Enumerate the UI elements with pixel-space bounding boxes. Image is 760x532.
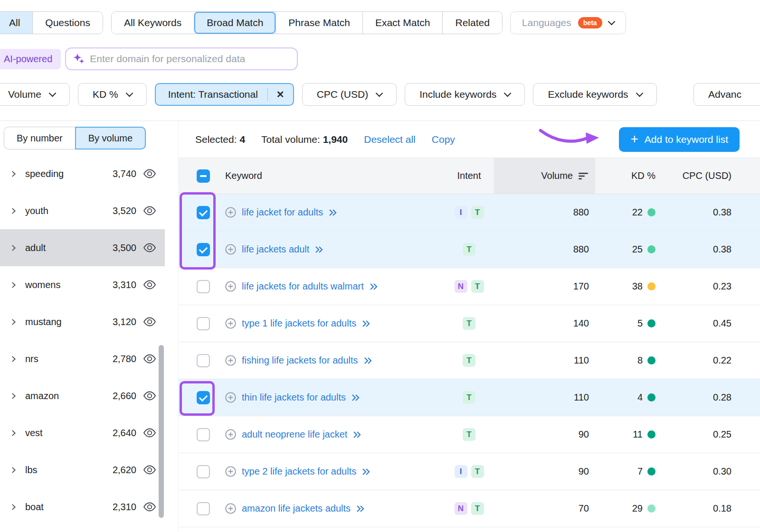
ai-domain-row: AI-powered (0, 47, 298, 70)
keyword-link[interactable]: adult neoprene life jacket (242, 429, 347, 440)
row-checkbox[interactable] (197, 206, 210, 219)
sort-by-volume-button[interactable]: By volume (75, 127, 146, 149)
languages-dropdown[interactable]: Languages beta (510, 11, 626, 34)
row-checkbox[interactable] (197, 465, 210, 478)
double-chevron-icon[interactable] (362, 320, 370, 327)
eye-icon[interactable] (143, 169, 156, 178)
intent-column-header[interactable]: Intent (457, 170, 481, 181)
row-checkbox[interactable] (197, 243, 210, 256)
eye-icon[interactable] (143, 502, 156, 512)
select-all-checkbox[interactable] (197, 169, 210, 183)
kd-value: 5 (637, 318, 643, 329)
filter-chip-divider (267, 88, 268, 101)
selected-count: Selected: 4 (195, 134, 245, 145)
eye-icon[interactable] (143, 280, 156, 289)
add-keyword-icon[interactable] (225, 355, 236, 366)
exclude-keywords-filter[interactable]: Exclude keywords (533, 83, 656, 106)
keyword-link[interactable]: life jacket for adults (242, 207, 323, 218)
eye-icon[interactable] (143, 243, 156, 252)
match-type-tabs-group: All KeywordsBroad MatchPhrase MatchExact… (111, 11, 503, 34)
sort-by-number-button[interactable]: By number (4, 127, 75, 149)
add-keyword-icon[interactable] (225, 244, 236, 255)
filter-label: Include keywords (419, 89, 496, 100)
sidebar-group-label: vest (25, 428, 113, 439)
tab-related[interactable]: Related (442, 12, 502, 34)
row-checkbox[interactable] (197, 502, 210, 515)
cpc-value: 0.38 (713, 207, 732, 218)
intent-badges: IT (444, 206, 494, 219)
keyword-column-header[interactable]: Keyword (225, 170, 262, 181)
sidebar-item-speeding[interactable]: speeding 3,740 (0, 155, 165, 192)
sidebar-item-nrs[interactable]: nrs 2,780 (0, 340, 165, 377)
keyword-link[interactable]: life jackets adult (242, 244, 309, 255)
double-chevron-icon[interactable] (364, 357, 372, 364)
eye-icon[interactable] (143, 354, 156, 364)
keyword-link[interactable]: type 2 life jackets for adults (242, 466, 356, 477)
tab-phrase-match[interactable]: Phrase Match (276, 12, 362, 34)
sidebar-item-mustang[interactable]: mustang 3,120 (0, 303, 165, 340)
keyword-row: life jackets adult T 880 25 0.38 (179, 231, 760, 268)
sidebar-item-amazon[interactable]: amazon 2,660 (0, 377, 165, 414)
copy-link[interactable]: Copy (432, 134, 455, 145)
sidebar-item-youth[interactable]: youth 3,520 (0, 192, 165, 229)
sidebar-scrollbar[interactable] (159, 345, 164, 518)
advanced-filter[interactable]: Advanc (694, 83, 760, 106)
sidebar-item-vest[interactable]: vest 2,640 (0, 414, 165, 451)
sidebar-item-boat[interactable]: boat 2,310 (0, 488, 165, 525)
intent-filter[interactable]: Intent: Transactional✕ (155, 83, 294, 106)
row-checkbox[interactable] (197, 280, 210, 293)
domain-input[interactable] (90, 53, 290, 65)
kd-column-header[interactable]: KD % (631, 170, 656, 181)
double-chevron-icon[interactable] (353, 431, 361, 439)
row-checkbox[interactable] (197, 391, 210, 404)
double-chevron-icon[interactable] (370, 283, 378, 290)
row-checkbox[interactable] (197, 428, 210, 441)
eye-icon[interactable] (143, 465, 156, 475)
add-to-keyword-list-button[interactable]: + Add to keyword list (619, 127, 740, 152)
add-keyword-icon[interactable] (225, 207, 236, 218)
cpc-column-header[interactable]: CPC (USD) (683, 170, 732, 181)
row-checkbox[interactable] (197, 354, 210, 367)
double-chevron-icon[interactable] (362, 468, 370, 476)
sidebar-item-lbs[interactable]: lbs 2,620 (0, 451, 165, 488)
eye-icon[interactable] (143, 428, 156, 438)
remove-filter-icon[interactable]: ✕ (276, 89, 285, 100)
kd-difficulty-dot (647, 467, 656, 476)
eye-icon[interactable] (143, 391, 156, 401)
keyword-link[interactable]: type 1 life jackets for adults (242, 318, 356, 329)
sidebar-group-volume: 2,620 (113, 465, 136, 476)
eye-icon[interactable] (143, 317, 156, 327)
double-chevron-icon[interactable] (352, 394, 360, 401)
volume-filter[interactable]: Volume (0, 83, 70, 106)
sidebar-item-adult[interactable]: adult 3,500 (0, 229, 165, 266)
add-keyword-icon[interactable] (225, 281, 236, 292)
keyword-link[interactable]: thin life jackets for adults (242, 392, 346, 403)
add-keyword-icon[interactable] (225, 318, 236, 329)
tab-broad-match[interactable]: Broad Match (194, 12, 276, 34)
row-checkbox[interactable] (197, 317, 210, 330)
keyword-link[interactable]: life jackets for adults walmart (242, 281, 364, 292)
add-keyword-icon[interactable] (225, 466, 236, 477)
add-keyword-icon[interactable] (225, 429, 236, 440)
keyword-link[interactable]: amazon life jackets adults (242, 503, 351, 514)
double-chevron-icon[interactable] (356, 505, 364, 513)
eye-icon[interactable] (143, 206, 156, 215)
volume-column-header[interactable]: Volume (494, 158, 595, 194)
double-chevron-icon[interactable] (315, 246, 323, 253)
tab-all-keywords[interactable]: All Keywords (112, 12, 194, 34)
add-keyword-icon[interactable] (225, 503, 236, 514)
deselect-all-link[interactable]: Deselect all (364, 134, 416, 145)
tab-questions[interactable]: Questions (32, 12, 103, 34)
tab-exact-match[interactable]: Exact Match (362, 12, 443, 34)
double-chevron-icon[interactable] (329, 209, 337, 216)
tab-all[interactable]: All (0, 12, 32, 34)
intent-badge-N: N (455, 502, 467, 515)
include-keywords-filter[interactable]: Include keywords (405, 83, 525, 106)
keyword-link[interactable]: fishing life jackets for adults (242, 355, 358, 366)
cpc-filter[interactable]: CPC (USD) (302, 83, 397, 106)
volume-value: 880 (573, 207, 589, 218)
chevron-right-icon (10, 245, 16, 251)
sidebar-item-womens[interactable]: womens 3,310 (0, 266, 165, 303)
kd-filter[interactable]: KD % (78, 83, 147, 106)
add-keyword-icon[interactable] (225, 392, 236, 403)
